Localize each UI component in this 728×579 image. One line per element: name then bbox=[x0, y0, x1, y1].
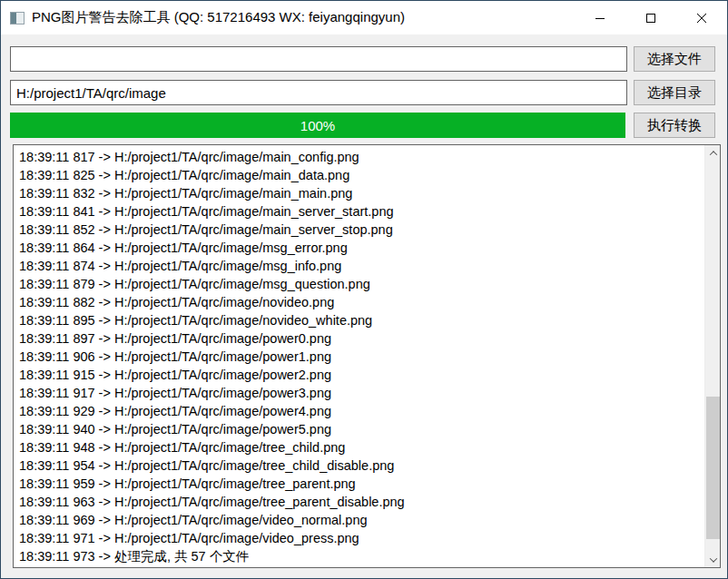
select-directory-button[interactable]: 选择目录 bbox=[634, 80, 715, 105]
close-icon bbox=[696, 13, 707, 24]
log-line: 18:39:11 841 -> H:/project1/TA/qrc/image… bbox=[19, 202, 714, 221]
minimize-button[interactable] bbox=[575, 1, 625, 34]
log-line: 18:39:11 852 -> H:/project1/TA/qrc/image… bbox=[19, 221, 714, 239]
log-lines: 18:39:11 817 -> H:/project1/TA/qrc/image… bbox=[14, 145, 720, 565]
scroll-up-button[interactable] bbox=[705, 145, 721, 161]
log-line: 18:39:11 954 -> H:/project1/TA/qrc/image… bbox=[19, 456, 714, 475]
select-file-button[interactable]: 选择文件 bbox=[634, 46, 715, 72]
log-line: 18:39:11 879 -> H:/project1/TA/qrc/image… bbox=[19, 275, 714, 293]
log-line: 18:39:11 897 -> H:/project1/TA/qrc/image… bbox=[19, 329, 714, 348]
log-line: 18:39:11 973 -> 处理完成, 共 57 个文件 bbox=[19, 547, 714, 565]
log-line: 18:39:11 929 -> H:/project1/TA/qrc/image… bbox=[19, 402, 714, 420]
maximize-button[interactable] bbox=[625, 1, 676, 34]
log-line: 18:39:11 874 -> H:/project1/TA/qrc/image… bbox=[19, 257, 714, 275]
log-line: 18:39:11 971 -> H:/project1/TA/qrc/image… bbox=[19, 529, 714, 547]
log-line: 18:39:11 963 -> H:/project1/TA/qrc/image… bbox=[19, 493, 714, 511]
log-line: 18:39:11 917 -> H:/project1/TA/qrc/image… bbox=[19, 384, 714, 402]
title-bar: PNG图片警告去除工具 (QQ: 517216493 WX: feiyangqi… bbox=[1, 1, 727, 34]
log-line: 18:39:11 817 -> H:/project1/TA/qrc/image… bbox=[19, 148, 714, 166]
file-path-input[interactable] bbox=[10, 46, 627, 72]
log-line: 18:39:11 882 -> H:/project1/TA/qrc/image… bbox=[19, 293, 714, 311]
log-line: 18:39:11 969 -> H:/project1/TA/qrc/image… bbox=[19, 511, 714, 529]
log-line: 18:39:11 832 -> H:/project1/TA/qrc/image… bbox=[19, 184, 714, 202]
scrollbar-thumb[interactable] bbox=[706, 397, 720, 539]
chevron-up-icon bbox=[709, 151, 716, 158]
caption-buttons bbox=[575, 1, 727, 34]
log-line: 18:39:11 825 -> H:/project1/TA/qrc/image… bbox=[19, 166, 714, 184]
log-line: 18:39:11 915 -> H:/project1/TA/qrc/image… bbox=[19, 366, 714, 384]
execute-convert-button[interactable]: 执行转换 bbox=[634, 113, 715, 138]
progress-fill: 100% bbox=[10, 113, 625, 138]
window-title: PNG图片警告去除工具 (QQ: 517216493 WX: feiyangqi… bbox=[32, 9, 575, 26]
log-line: 18:39:11 906 -> H:/project1/TA/qrc/image… bbox=[19, 348, 714, 366]
log-line: 18:39:11 895 -> H:/project1/TA/qrc/image… bbox=[19, 311, 714, 329]
scroll-down-button[interactable] bbox=[705, 552, 721, 567]
app-window-icon bbox=[10, 12, 25, 25]
vertical-scrollbar[interactable] bbox=[704, 145, 720, 567]
log-line: 18:39:11 948 -> H:/project1/TA/qrc/image… bbox=[19, 438, 714, 456]
chevron-down-icon bbox=[709, 554, 716, 562]
minimize-icon bbox=[595, 13, 605, 24]
maximize-icon bbox=[645, 13, 656, 24]
log-output-area[interactable]: 18:39:11 817 -> H:/project1/TA/qrc/image… bbox=[13, 144, 721, 568]
progress-percent-label: 100% bbox=[300, 118, 335, 133]
log-line: 18:39:11 959 -> H:/project1/TA/qrc/image… bbox=[19, 475, 714, 493]
directory-path-input[interactable] bbox=[10, 80, 627, 105]
log-line: 18:39:11 940 -> H:/project1/TA/qrc/image… bbox=[19, 420, 714, 438]
close-button[interactable] bbox=[676, 1, 727, 34]
progress-bar: 100% bbox=[10, 113, 625, 138]
app-window: PNG图片警告去除工具 (QQ: 517216493 WX: feiyangqi… bbox=[0, 0, 728, 579]
log-line: 18:39:11 864 -> H:/project1/TA/qrc/image… bbox=[19, 239, 714, 257]
